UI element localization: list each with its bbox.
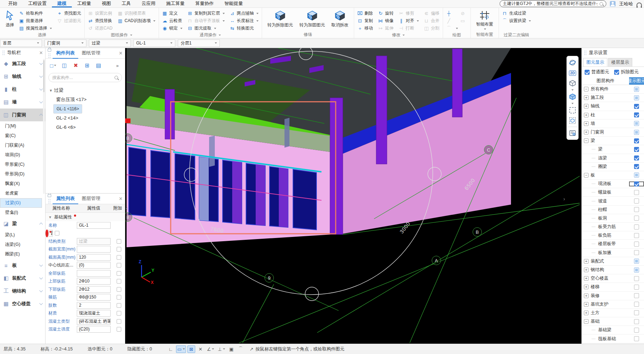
ribbon-big-button[interactable]: 取消拆改 xyxy=(329,10,351,29)
expand-icon[interactable] xyxy=(591,147,596,152)
panel-tab[interactable]: 图纸管理 xyxy=(78,48,104,59)
ribbon-button[interactable]: ⊞复制到其它层 xyxy=(187,10,225,17)
dropdown-caret-icon[interactable] xyxy=(571,103,574,104)
ribbon-button[interactable]: ⌧删除 xyxy=(357,10,373,17)
layer-tree-row[interactable]: 板加腋 xyxy=(582,249,644,257)
ribbon-button[interactable]: ✂修剪 xyxy=(399,10,419,17)
ribbon-button[interactable]: ↦延伸 xyxy=(378,25,394,32)
visibility-checkbox[interactable] xyxy=(634,104,639,109)
context-select[interactable]: GL-1 xyxy=(133,39,175,47)
panel-drag-handle[interactable] xyxy=(2,50,5,55)
layer-tree-row[interactable]: 筏板基础 xyxy=(582,334,644,343)
nav-row[interactable]: ⊞ 轴线 xyxy=(0,70,45,83)
property-value-input[interactable]: 2 xyxy=(77,302,111,309)
nav-row[interactable]: ▦ 空心楼盖 xyxy=(0,297,45,310)
ribbon-button[interactable]: ↺还原CAD xyxy=(88,25,112,32)
expand-icon[interactable] xyxy=(584,95,589,100)
ribbon-button[interactable]: ▽过滤图元 xyxy=(57,17,81,25)
expand-icon[interactable] xyxy=(591,207,596,212)
property-value-input[interactable]: 普通图元 xyxy=(48,230,53,237)
expand-icon[interactable] xyxy=(584,130,589,134)
expand-icon[interactable] xyxy=(584,173,589,178)
layer-tree-row[interactable]: 板负筋 xyxy=(582,231,644,240)
layer-tree-row[interactable]: 梁 xyxy=(582,137,644,145)
nav-row[interactable]: 连梁(G) xyxy=(0,240,45,249)
visibility-checkbox[interactable] xyxy=(634,293,639,298)
ribbon-button[interactable]: ▭ xyxy=(460,17,467,25)
lock-icon[interactable] xyxy=(48,194,51,197)
model-viewport[interactable]: B C 8 B A 9 xyxy=(125,48,581,344)
dropdown-caret-icon[interactable] xyxy=(571,89,574,91)
arc-snap-icon[interactable]: ⌒ xyxy=(237,345,245,353)
expand-icon[interactable] xyxy=(584,104,589,109)
property-value-input[interactable]: 120 xyxy=(77,254,111,261)
ribbon-button[interactable]: ⊟图元提取 xyxy=(187,25,225,32)
ribbon-button[interactable]: ╱ xyxy=(446,17,458,25)
isolate-element-icon[interactable] xyxy=(568,116,577,125)
visibility-checkbox[interactable] xyxy=(634,268,639,273)
property-value-input[interactable]: (0) xyxy=(77,262,111,269)
ribbon-button[interactable]: ∥对齐 xyxy=(399,17,419,25)
expand-icon[interactable] xyxy=(584,294,589,298)
attach-checkbox[interactable] xyxy=(117,319,121,324)
menu-item[interactable]: 开始 xyxy=(3,0,23,7)
layer-tree-row[interactable]: 空心楼盖 xyxy=(582,274,644,283)
layer-tree-row[interactable]: 门窗洞 xyxy=(582,128,644,137)
layer-tree-row[interactable]: 土方 xyxy=(582,309,644,317)
expand-icon[interactable] xyxy=(591,337,596,341)
attach-checkbox[interactable] xyxy=(117,239,121,244)
ribbon-button[interactable]: ▥CAD识别选项 xyxy=(117,17,155,25)
nav-row[interactable]: ▤ 墙 xyxy=(0,96,45,109)
nav-row[interactable]: 窗(C) xyxy=(0,131,45,141)
layer-tree-row[interactable]: 圈梁 xyxy=(582,163,644,171)
property-value-input[interactable]: Φ8@150 xyxy=(77,294,111,301)
menu-item[interactable]: 建模 xyxy=(52,0,72,7)
headset-support-icon[interactable] xyxy=(637,2,642,7)
nav-row[interactable]: 梁(L) xyxy=(0,230,45,240)
menu-item[interactable]: 智能提量 xyxy=(219,0,248,7)
expand-icon[interactable] xyxy=(591,250,596,255)
panel-tab[interactable]: 图层管理 xyxy=(78,194,104,204)
nav-row[interactable]: 带形窗(C) xyxy=(0,160,45,169)
ribbon-button[interactable]: ⊣打断 xyxy=(399,25,419,32)
smart-layout-button[interactable]: 智能布置 xyxy=(474,10,495,31)
nav-row[interactable]: ◆ 施工段 xyxy=(0,57,45,70)
layer-tree-row[interactable]: 柱帽 xyxy=(582,206,644,214)
nav-row[interactable]: 飘窗(X) xyxy=(0,179,45,189)
nav-row[interactable]: 墙洞(D) xyxy=(0,150,45,160)
ortho-snap-icon[interactable]: ⊥ xyxy=(217,345,226,353)
layer-tree-row[interactable]: 所有构件 xyxy=(582,85,644,94)
ribbon-button[interactable]: ☁云检查 xyxy=(162,17,182,25)
display-filter-checkbox[interactable]: 拆除图元 xyxy=(614,69,639,75)
visibility-checkbox[interactable] xyxy=(634,310,639,315)
attach-checkbox[interactable] xyxy=(55,231,59,236)
ribbon-button[interactable]: ⊿两点辅轴 xyxy=(230,10,259,17)
visibility-checkbox[interactable] xyxy=(634,130,639,135)
view-cube-icon[interactable] xyxy=(568,79,577,88)
visibility-checkbox[interactable] xyxy=(634,173,639,178)
new-component-icon[interactable]: □ xyxy=(48,61,58,70)
visibility-checkbox[interactable] xyxy=(634,259,639,264)
nav-row[interactable]: 门(M) xyxy=(0,121,45,131)
property-value-input[interactable]: 过梁 xyxy=(77,238,111,245)
ribbon-button[interactable]: ▦识别楼层表 xyxy=(117,10,155,17)
expand-icon[interactable] xyxy=(584,268,589,272)
attach-checkbox[interactable] xyxy=(117,295,121,300)
layer-tree-row[interactable]: 现浇板 xyxy=(582,180,644,188)
property-value-input[interactable]: (碎石混凝土 坍落度... xyxy=(77,318,111,325)
nav-row[interactable]: ◪ 梁 xyxy=(0,217,45,230)
ribbon-button[interactable]: ⌖查找图元 xyxy=(57,10,81,17)
visibility-checkbox[interactable] xyxy=(634,250,639,255)
ribbon-button[interactable]: ┼ xyxy=(446,10,458,17)
menu-item[interactable]: 工程量 xyxy=(72,0,96,7)
component-item[interactable]: 窗台压顶 <17> xyxy=(53,95,89,104)
user-name[interactable]: 王哈哈 xyxy=(619,1,633,7)
ribbon-button[interactable]: ⌒ xyxy=(446,25,458,32)
layer-tree-row[interactable]: 板受力筋 xyxy=(582,223,644,231)
dynamic-orbit-icon[interactable] xyxy=(568,58,577,67)
ribbon-button[interactable]: ◫分割 xyxy=(424,25,440,32)
ribbon-button[interactable]: ▣批量选择 xyxy=(19,17,52,25)
save-component-icon[interactable]: ▤ xyxy=(94,61,103,70)
visibility-checkbox[interactable] xyxy=(634,319,639,324)
layer-tree-row[interactable]: 螺旋板 xyxy=(582,188,644,197)
